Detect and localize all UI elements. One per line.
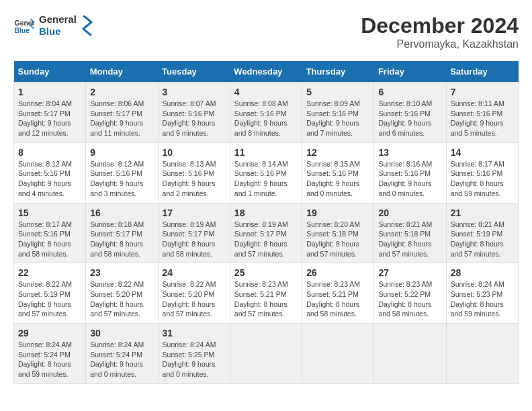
page-header: General Blue General Blue December 2024 …	[13, 13, 519, 50]
day-info: Sunrise: 8:15 AMSunset: 5:16 PMDaylight:…	[306, 159, 369, 199]
calendar-cell: 18Sunrise: 8:19 AMSunset: 5:17 PMDayligh…	[230, 203, 302, 263]
day-number: 31	[163, 328, 226, 338]
day-info: Sunrise: 8:24 AMSunset: 5:24 PMDaylight:…	[18, 340, 81, 379]
day-number: 13	[378, 147, 441, 158]
calendar-cell: 29Sunrise: 8:24 AMSunset: 5:24 PMDayligh…	[14, 324, 86, 384]
day-info: Sunrise: 8:04 AMSunset: 5:17 PMDaylight:…	[18, 99, 81, 138]
day-number: 18	[234, 208, 298, 218]
calendar-cell: 19Sunrise: 8:20 AMSunset: 5:18 PMDayligh…	[302, 203, 374, 263]
calendar-week-4: 22Sunrise: 8:22 AMSunset: 5:19 PMDayligh…	[14, 263, 519, 324]
calendar-cell: 2Sunrise: 8:06 AMSunset: 5:17 PMDaylight…	[86, 83, 158, 143]
day-info: Sunrise: 8:06 AMSunset: 5:17 PMDaylight:…	[90, 99, 153, 138]
calendar-cell: 14Sunrise: 8:17 AMSunset: 5:16 PMDayligh…	[446, 142, 518, 203]
calendar-cell: 24Sunrise: 8:22 AMSunset: 5:20 PMDayligh…	[158, 263, 230, 324]
day-info: Sunrise: 8:10 AMSunset: 5:16 PMDaylight:…	[378, 99, 441, 138]
day-number: 25	[234, 267, 298, 278]
day-number: 15	[18, 208, 81, 218]
day-number: 19	[306, 208, 369, 218]
day-number: 26	[306, 267, 369, 278]
day-number: 16	[90, 208, 153, 218]
day-info: Sunrise: 8:21 AMSunset: 5:19 PMDaylight:…	[451, 220, 514, 259]
calendar-cell: 22Sunrise: 8:22 AMSunset: 5:19 PMDayligh…	[14, 263, 86, 324]
calendar-cell: 20Sunrise: 8:21 AMSunset: 5:18 PMDayligh…	[374, 203, 446, 263]
day-number: 10	[163, 147, 226, 158]
day-info: Sunrise: 8:08 AMSunset: 5:16 PMDaylight:…	[234, 99, 298, 138]
calendar-cell: 11Sunrise: 8:14 AMSunset: 5:16 PMDayligh…	[230, 142, 302, 203]
day-number: 27	[378, 267, 441, 278]
calendar-cell: 1Sunrise: 8:04 AMSunset: 5:17 PMDaylight…	[14, 83, 86, 143]
calendar-cell: 13Sunrise: 8:16 AMSunset: 5:16 PMDayligh…	[374, 142, 446, 203]
day-info: Sunrise: 8:23 AMSunset: 5:21 PMDaylight:…	[306, 279, 369, 319]
col-saturday: Saturday	[446, 61, 518, 83]
month-title: December 2024	[361, 13, 519, 38]
day-number: 1	[18, 87, 81, 97]
day-number: 29	[18, 328, 81, 338]
calendar-cell: 8Sunrise: 8:12 AMSunset: 5:16 PMDaylight…	[14, 142, 86, 203]
calendar-week-1: 1Sunrise: 8:04 AMSunset: 5:17 PMDaylight…	[14, 83, 519, 143]
col-wednesday: Wednesday	[230, 61, 302, 83]
calendar-week-5: 29Sunrise: 8:24 AMSunset: 5:24 PMDayligh…	[14, 324, 519, 384]
day-info: Sunrise: 8:24 AMSunset: 5:24 PMDaylight:…	[90, 340, 153, 379]
calendar-cell: 30Sunrise: 8:24 AMSunset: 5:24 PMDayligh…	[86, 324, 158, 384]
day-number: 14	[451, 147, 514, 158]
calendar-cell	[230, 324, 302, 384]
day-info: Sunrise: 8:24 AMSunset: 5:25 PMDaylight:…	[163, 340, 226, 379]
calendar-cell: 17Sunrise: 8:19 AMSunset: 5:17 PMDayligh…	[158, 203, 230, 263]
day-info: Sunrise: 8:24 AMSunset: 5:23 PMDaylight:…	[451, 279, 514, 319]
day-number: 24	[163, 267, 226, 278]
calendar-cell: 31Sunrise: 8:24 AMSunset: 5:25 PMDayligh…	[158, 324, 230, 384]
day-info: Sunrise: 8:23 AMSunset: 5:21 PMDaylight:…	[234, 279, 298, 319]
day-number: 9	[90, 147, 153, 158]
day-info: Sunrise: 8:19 AMSunset: 5:17 PMDaylight:…	[234, 220, 298, 259]
day-info: Sunrise: 8:18 AMSunset: 5:17 PMDaylight:…	[90, 220, 153, 259]
day-info: Sunrise: 8:12 AMSunset: 5:16 PMDaylight:…	[18, 159, 81, 199]
day-number: 5	[306, 87, 369, 97]
location-subtitle: Pervomayka, Kazakhstan	[361, 38, 519, 50]
day-number: 17	[163, 208, 226, 218]
day-info: Sunrise: 8:14 AMSunset: 5:16 PMDaylight:…	[234, 159, 298, 199]
calendar-cell: 28Sunrise: 8:24 AMSunset: 5:23 PMDayligh…	[446, 263, 518, 324]
day-info: Sunrise: 8:11 AMSunset: 5:16 PMDaylight:…	[451, 99, 514, 138]
calendar-cell: 7Sunrise: 8:11 AMSunset: 5:16 PMDaylight…	[446, 83, 518, 143]
day-number: 6	[378, 87, 441, 97]
col-thursday: Thursday	[302, 61, 374, 83]
day-info: Sunrise: 8:21 AMSunset: 5:18 PMDaylight:…	[378, 220, 441, 259]
day-info: Sunrise: 8:22 AMSunset: 5:20 PMDaylight:…	[90, 279, 153, 319]
calendar-cell: 3Sunrise: 8:07 AMSunset: 5:16 PMDaylight…	[158, 83, 230, 143]
calendar-cell	[374, 324, 446, 384]
day-number: 22	[18, 267, 81, 278]
day-info: Sunrise: 8:22 AMSunset: 5:20 PMDaylight:…	[163, 279, 226, 319]
calendar-cell: 23Sunrise: 8:22 AMSunset: 5:20 PMDayligh…	[86, 263, 158, 324]
calendar-cell: 4Sunrise: 8:08 AMSunset: 5:16 PMDaylight…	[230, 83, 302, 143]
day-info: Sunrise: 8:13 AMSunset: 5:16 PMDaylight:…	[163, 159, 226, 199]
day-number: 21	[451, 208, 514, 218]
logo-text-general: General	[39, 13, 77, 26]
calendar-cell: 26Sunrise: 8:23 AMSunset: 5:21 PMDayligh…	[302, 263, 374, 324]
day-info: Sunrise: 8:17 AMSunset: 5:16 PMDaylight:…	[451, 159, 514, 199]
day-number: 30	[90, 328, 153, 338]
day-number: 4	[234, 87, 298, 97]
header-row: Sunday Monday Tuesday Wednesday Thursday…	[14, 61, 519, 83]
day-info: Sunrise: 8:12 AMSunset: 5:16 PMDaylight:…	[90, 159, 153, 199]
calendar-cell: 5Sunrise: 8:09 AMSunset: 5:16 PMDaylight…	[302, 83, 374, 143]
calendar-cell: 9Sunrise: 8:12 AMSunset: 5:16 PMDaylight…	[86, 142, 158, 203]
logo-arrow-icon	[81, 15, 94, 36]
calendar-cell	[302, 324, 374, 384]
calendar-cell: 12Sunrise: 8:15 AMSunset: 5:16 PMDayligh…	[302, 142, 374, 203]
calendar-week-3: 15Sunrise: 8:17 AMSunset: 5:16 PMDayligh…	[14, 203, 519, 263]
col-tuesday: Tuesday	[158, 61, 230, 83]
calendar-table: Sunday Monday Tuesday Wednesday Thursday…	[13, 61, 519, 384]
logo: General Blue General Blue	[13, 13, 94, 38]
day-info: Sunrise: 8:20 AMSunset: 5:18 PMDaylight:…	[306, 220, 369, 259]
day-info: Sunrise: 8:17 AMSunset: 5:16 PMDaylight:…	[18, 220, 81, 259]
day-number: 8	[18, 147, 81, 158]
day-number: 12	[306, 147, 369, 158]
calendar-cell: 10Sunrise: 8:13 AMSunset: 5:16 PMDayligh…	[158, 142, 230, 203]
day-info: Sunrise: 8:09 AMSunset: 5:16 PMDaylight:…	[306, 99, 369, 138]
day-number: 3	[163, 87, 226, 97]
day-number: 23	[90, 267, 153, 278]
day-info: Sunrise: 8:16 AMSunset: 5:16 PMDaylight:…	[378, 159, 441, 199]
calendar-week-2: 8Sunrise: 8:12 AMSunset: 5:16 PMDaylight…	[14, 142, 519, 203]
day-number: 2	[90, 87, 153, 97]
day-number: 7	[451, 87, 514, 97]
